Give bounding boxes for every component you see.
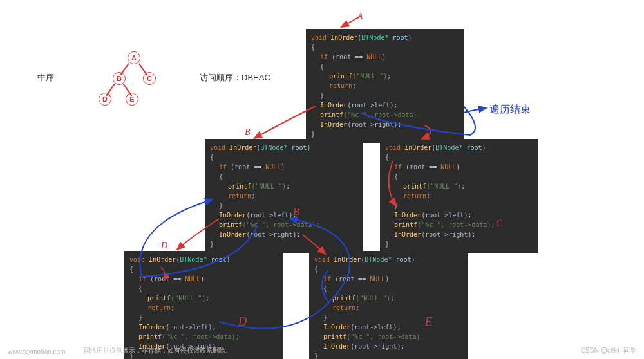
annotation-b2: B	[293, 206, 299, 217]
footer-credit: CSDN @c铁柱同学	[581, 346, 636, 355]
tree-node-b: B	[113, 72, 126, 85]
code-block-c: void InOrder(BTNode* root) { if (root ==…	[380, 139, 538, 253]
footer-domain: www.toymoban.com	[8, 348, 65, 355]
annotation-c: C	[496, 219, 502, 229]
tree-node-a: A	[128, 51, 140, 64]
annotation-d: D	[238, 315, 247, 329]
inorder-label: 中序	[37, 72, 54, 84]
annotation-b: B	[245, 127, 251, 138]
tree-node-e: E	[126, 93, 138, 106]
annotation-e: E	[425, 315, 432, 329]
tree-node-d: D	[99, 93, 111, 106]
annotation-end-traverse: 遍历结束	[489, 103, 531, 116]
code-block-d: void InOrder(BTNode* root) { if (root ==…	[124, 251, 283, 359]
footer-disclaimer: 网络图片仅供展示，非存储，如有侵权请联系删除。	[84, 346, 232, 355]
annotation-d-top: D	[161, 241, 167, 251]
code-block-e: void InOrder(BTNode* root) { if (root ==…	[309, 251, 468, 359]
code-block-b: void InOrder(BTNode* root) { if (root ==…	[205, 139, 363, 253]
code-block-a: void InOrder(BTNode* root) { if (root ==…	[306, 29, 464, 143]
binary-tree: A B C D E	[97, 51, 174, 116]
visit-order-label: 访问顺序：DBEAC	[200, 72, 270, 84]
annotation-a: A	[357, 12, 363, 22]
tree-node-c: C	[143, 72, 156, 85]
